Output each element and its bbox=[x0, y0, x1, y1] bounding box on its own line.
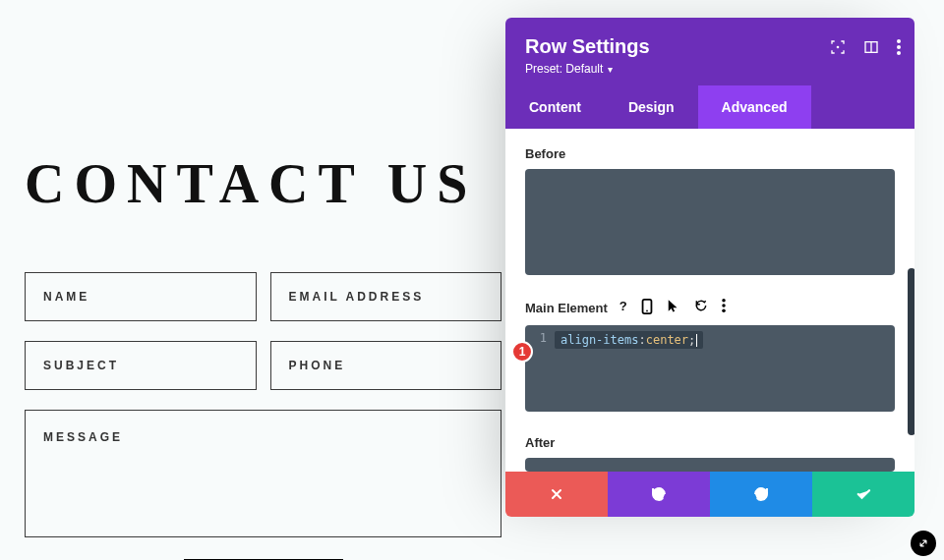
undo-button[interactable] bbox=[608, 472, 710, 517]
page-title: CONTACT US bbox=[25, 152, 502, 215]
tab-design[interactable]: Design bbox=[605, 85, 698, 129]
preset-selector[interactable]: Preset: Default ▾ bbox=[525, 62, 895, 76]
phone-input[interactable]: PHONE bbox=[270, 341, 502, 390]
confirm-button[interactable] bbox=[812, 472, 914, 517]
after-css-input[interactable] bbox=[525, 458, 895, 472]
redo-button[interactable] bbox=[710, 472, 812, 517]
name-input[interactable]: NAME bbox=[25, 272, 257, 321]
preset-label: Preset: Default bbox=[525, 62, 603, 76]
chevron-down-icon: ▾ bbox=[605, 64, 613, 75]
svg-point-5 bbox=[897, 51, 901, 55]
svg-point-10 bbox=[722, 309, 726, 313]
more-icon[interactable] bbox=[897, 39, 901, 55]
svg-point-7 bbox=[646, 310, 648, 312]
row-settings-panel: Row Settings Preset: Default ▾ Content D… bbox=[505, 18, 914, 517]
message-input[interactable]: MESSAGE bbox=[25, 410, 502, 537]
scrollbar[interactable] bbox=[908, 268, 914, 435]
text-cursor bbox=[696, 334, 697, 347]
section-label-after: After bbox=[525, 435, 895, 450]
css-value: center bbox=[646, 333, 688, 347]
svg-point-8 bbox=[722, 299, 726, 303]
help-icon[interactable]: ? bbox=[620, 299, 627, 317]
svg-point-9 bbox=[722, 304, 726, 308]
reset-icon[interactable] bbox=[694, 299, 708, 317]
tab-content[interactable]: Content bbox=[505, 85, 605, 129]
panel-tabs: Content Design Advanced bbox=[505, 85, 914, 129]
columns-icon[interactable] bbox=[863, 39, 879, 55]
tab-advanced[interactable]: Advanced bbox=[698, 85, 811, 129]
annotation-badge-1: 1 bbox=[511, 341, 533, 363]
panel-body: Before Main Element ? bbox=[505, 129, 914, 472]
line-number: 1 bbox=[533, 331, 547, 349]
scan-icon[interactable] bbox=[830, 39, 846, 55]
hover-icon[interactable] bbox=[667, 299, 680, 317]
main-css-input[interactable]: 1 align-items:center; bbox=[525, 325, 895, 412]
more-options-icon[interactable] bbox=[722, 299, 726, 317]
before-css-input[interactable] bbox=[525, 169, 895, 275]
cancel-button[interactable] bbox=[505, 472, 608, 517]
expand-handle[interactable] bbox=[911, 531, 936, 556]
responsive-icon[interactable] bbox=[641, 299, 653, 317]
svg-point-4 bbox=[897, 45, 901, 49]
section-label-main: Main Element bbox=[525, 301, 608, 315]
css-property: align-items bbox=[560, 333, 638, 347]
svg-point-3 bbox=[897, 39, 901, 43]
svg-point-0 bbox=[837, 46, 840, 49]
panel-header[interactable]: Row Settings Preset: Default ▾ bbox=[505, 18, 914, 85]
section-label-before: Before bbox=[525, 146, 895, 161]
email-input[interactable]: EMAIL ADDRESS bbox=[270, 272, 502, 321]
subject-input[interactable]: SUBJECT bbox=[25, 341, 257, 390]
panel-footer bbox=[505, 472, 914, 517]
